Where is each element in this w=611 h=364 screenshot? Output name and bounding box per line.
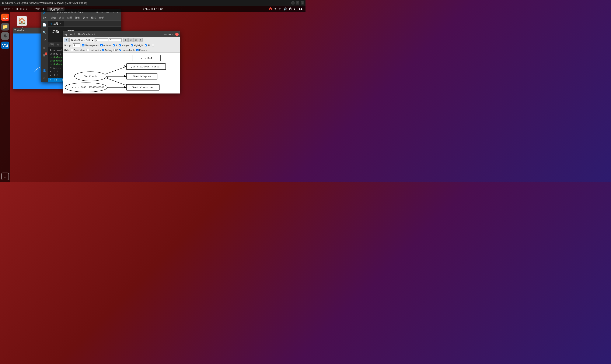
input-method-label: 英 xyxy=(274,7,277,11)
vscode-sidebar: 📄 🔍 ⎇ ▷ ⊞ 1 👤 ⚙ xyxy=(41,21,48,82)
node-color-sensor-label: /turtle1/color_sensor xyxy=(131,65,160,68)
rqt-settings-btn[interactable]: ≡ xyxy=(139,38,142,42)
welcome-start-title: 启动 xyxy=(52,30,59,34)
vscode-sidebar-run-icon[interactable]: ▷ xyxy=(42,45,47,50)
vmware-close-btn[interactable]: ✕ xyxy=(301,1,304,4)
rqt-namespaces-check[interactable]: Namespaces xyxy=(82,44,99,47)
rqt-hide-dead-sinks[interactable]: Dead sinks xyxy=(71,49,85,52)
rqt-minimize-btn[interactable]: — xyxy=(169,33,171,36)
rqt-hide-leaf-topics[interactable]: Leaf topics xyxy=(87,49,101,52)
ubuntu-appname[interactable]: rqt_graph ▾ xyxy=(47,7,65,11)
vmware-title: Ubuntu20.04-Qrobo- VMware Workstation 17… xyxy=(5,1,87,5)
rqt-tf-check[interactable]: tf xyxy=(113,44,117,47)
rqt-group-input[interactable] xyxy=(73,43,80,47)
vmware-ctrl1-icon[interactable]: ⊞ xyxy=(20,7,22,11)
rqt-highlight-check[interactable]: Highlight xyxy=(131,44,143,47)
vscode-menu-run[interactable]: 运行 xyxy=(83,16,88,20)
vscode-menu-terminal[interactable]: 终端 xyxy=(91,16,96,20)
rqt-actions-check[interactable]: Actions xyxy=(100,44,111,47)
vscode-sidebar-account-icon[interactable]: 👤 xyxy=(42,68,47,73)
qrobo-icon: 🏠 xyxy=(17,16,27,26)
rqt-hide-row: Hide: Dead sinks Leaf topics Debug tf Un… xyxy=(63,48,180,52)
dock-icon-files[interactable]: 📁 xyxy=(1,23,9,30)
rqt-hide-params[interactable]: Params xyxy=(136,49,147,52)
vscode-sidebar-settings-icon[interactable]: ⚙ xyxy=(42,76,47,80)
rqt-toolbar: ↺ Nodes/Topics (all) ⊞ ⊟ ⊠ ≡ xyxy=(63,37,180,43)
right-arrow-icon: ▶▶ xyxy=(299,7,303,10)
rqt-filter-select[interactable]: Nodes/Topics (all) xyxy=(69,38,94,42)
terminal-tab-output[interactable]: 输出 xyxy=(57,43,61,46)
vscode-icon: VS xyxy=(2,43,8,48)
statusbar-remote-icon: ⟨⟩ xyxy=(49,79,51,81)
vscode-sidebar-copy-icon[interactable]: 📄 xyxy=(42,23,47,27)
vscode-tab-label: 欢迎 xyxy=(53,22,59,26)
files-icon: 📁 xyxy=(2,24,8,29)
vscode-menu-goto[interactable]: 转到 xyxy=(75,16,80,20)
rqt-close-btn[interactable]: ✕ xyxy=(175,33,179,36)
vmware-titlebar-right: — □ ✕ xyxy=(292,1,304,4)
vmware-titlebar: 🖥 Ubuntu20.04-Qrobo- VMware Workstation … xyxy=(0,0,306,6)
rqt-hide-unreachable[interactable]: Unreachable xyxy=(119,49,135,52)
rqt-hide-debug[interactable]: Debug xyxy=(102,49,112,52)
statusbar-errors: ⚠ 0 xyxy=(54,79,57,81)
dock-icon-apps[interactable]: ⠿ xyxy=(1,173,9,180)
appname-arrow-icon: ▾ xyxy=(61,7,63,11)
vscode-menu-edit[interactable]: 编辑 xyxy=(51,16,56,20)
rqt-fit-extra-check[interactable] xyxy=(152,44,154,46)
rqt-window: rqt_graph__RosGraph - rqt ⊞⊡ — □ ✕ ↺ Nod… xyxy=(63,31,180,93)
rqt-toolbar-icons: ⊞ ⊟ ⊠ ≡ xyxy=(123,38,143,42)
dock-icon-vscode[interactable]: VS xyxy=(1,41,9,49)
vscode-sidebar-git-icon[interactable]: ⎇ xyxy=(42,38,47,42)
rqt-ns1-input[interactable] xyxy=(95,38,108,42)
rqt-icon1: ⊞⊡ xyxy=(164,33,167,36)
vscode-tabs: ◈ 欢迎 ✕ xyxy=(48,21,121,27)
vscode-sidebar-search-icon[interactable]: 🔍 xyxy=(42,30,47,35)
terminal-tab-problems[interactable]: 问题 xyxy=(49,43,54,46)
vscode-menu-help[interactable]: 帮助 xyxy=(99,16,104,20)
vscode-tab-welcome[interactable]: ◈ 欢迎 ✕ xyxy=(48,21,64,26)
node-rostopic-label: /rostopic_7836_1705655818540 xyxy=(68,86,104,89)
vmware-pause-icon[interactable]: ⏸ xyxy=(16,7,19,11)
rqt-maximize-btn[interactable]: □ xyxy=(173,33,174,36)
ubuntu-topbar-left: Player(P) ⏸ ⊞ ⊡ ⊟ 活动 rqt_graph ▾ xyxy=(2,7,65,11)
ubuntu-topbar: Player(P) ⏸ ⊞ ⊡ ⊟ 活动 rqt_graph ▾ 1月19日 1… xyxy=(0,6,306,12)
node-turtle1-label: /turtle1 xyxy=(141,57,152,60)
recycle-icon: ♻ xyxy=(3,34,7,39)
vscode-menubar: 文件 编辑 选择 查看 转到 运行 终端 帮助 xyxy=(41,15,121,21)
ubuntu-dock: 🦊 📁 ♻ VS ⠿ xyxy=(0,12,10,182)
vmware-minimize-btn[interactable]: — xyxy=(292,1,294,4)
rqt-hide-tf[interactable]: tf xyxy=(113,49,118,52)
rqt-fit-check[interactable]: Fit xyxy=(145,44,150,47)
ubuntu-topbar-right: ⏻ 英 ⊞ 🔊 ⏻ ▾ ▶▶ xyxy=(269,7,303,11)
rqt-node-graph-svg: /turtle1 /turtle1/color_sensor /turtle1/… xyxy=(63,52,180,93)
rqt-refresh-btn[interactable]: ↺ xyxy=(64,38,68,42)
rqt-layout-btn[interactable]: ⊟ xyxy=(128,38,133,42)
rqt-graph-area: /turtle1 /turtle1/color_sensor /turtle1/… xyxy=(63,52,180,93)
vscode-sidebar-extensions-icon[interactable]: ⊞ 1 xyxy=(42,53,47,58)
vmware-ctrl2-icon[interactable]: ⊡ xyxy=(23,7,25,11)
vmware-maximize-btn[interactable]: □ xyxy=(296,1,299,4)
rqt-ns2-input[interactable] xyxy=(109,38,121,42)
dock-icon-recycle[interactable]: ♻ xyxy=(1,32,9,40)
separator xyxy=(31,7,31,11)
welcome-start: 启动 xyxy=(52,30,59,36)
vscode-menu-select[interactable]: 选择 xyxy=(59,16,64,20)
dock-icon-firefox[interactable]: 🦊 xyxy=(1,13,9,21)
arrow-turtlesim-pose xyxy=(124,75,126,77)
network-icon: ⏻ xyxy=(269,7,272,11)
vscode-tab-close-icon[interactable]: ✕ xyxy=(60,23,62,25)
vmware-ctrl3-icon[interactable]: ⊟ xyxy=(26,7,27,11)
rqt-hide-label: Hide: xyxy=(64,49,70,52)
vscode-tab-icon: ◈ xyxy=(50,22,52,25)
rqt-titlebar: rqt_graph__RosGraph - rqt ⊞⊡ — □ ✕ xyxy=(63,31,180,37)
rqt-fit-btn[interactable]: ⊞ xyxy=(123,38,128,42)
vscode-menu-view[interactable]: 查看 xyxy=(67,16,72,20)
rqt-export-btn[interactable]: ⊠ xyxy=(133,38,138,42)
node-cmd-vel-label: /turtle1/cmd_vel xyxy=(132,86,154,89)
ubuntu-activities[interactable]: 活动 xyxy=(35,7,40,11)
vscode-menu-file[interactable]: 文件 xyxy=(43,16,48,20)
edge-cmd-turtlesim xyxy=(106,78,126,85)
vmware-player-menu[interactable]: Player(P) xyxy=(2,7,13,10)
rqt-images-check[interactable]: Images xyxy=(119,44,129,47)
rqt-window-controls: ⊞⊡ — □ ✕ xyxy=(164,33,179,36)
